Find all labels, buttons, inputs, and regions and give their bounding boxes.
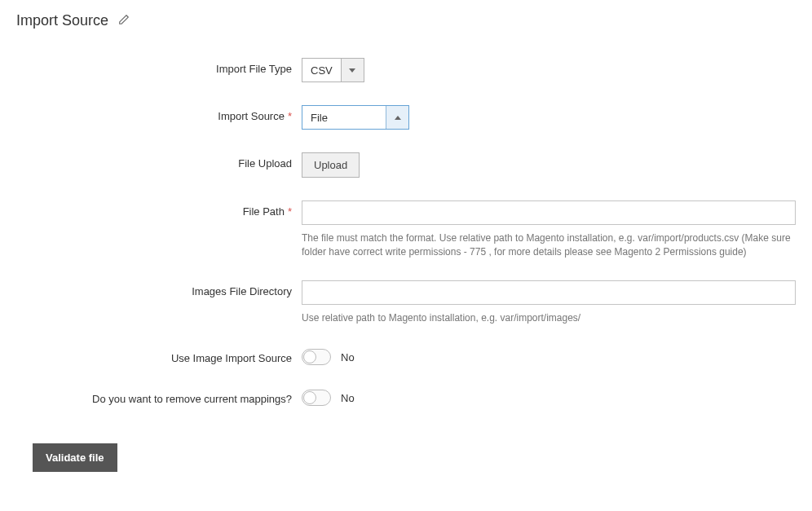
label-images-dir: Images File Directory [33,280,302,297]
label-file-upload: File Upload [33,152,302,170]
import-source-value: File [302,106,386,129]
label-file-type: Import File Type [33,58,302,75]
label-use-image-import-source: Use Image Import Source [33,347,302,364]
edit-icon[interactable] [118,14,130,28]
images-dir-input[interactable] [302,280,796,305]
remove-mappings-toggle[interactable] [302,390,331,406]
use-image-import-source-toggle[interactable] [302,349,331,365]
label-file-path: File Path [243,205,285,218]
file-type-value: CSV [302,59,341,81]
file-path-input[interactable] [302,200,796,225]
file-type-select[interactable]: CSV [302,58,364,82]
upload-button[interactable]: Upload [302,152,360,178]
file-path-hint: The file must match the format. Use rela… [302,231,796,259]
label-import-source: Import Source [218,110,285,122]
chevron-down-icon [341,59,364,81]
required-marker: * [288,205,292,218]
label-remove-mappings: Do you want to remove current mappings? [33,388,302,405]
use-image-import-source-value: No [341,351,355,363]
validate-file-button[interactable]: Validate file [33,443,117,472]
remove-mappings-value: No [341,392,355,404]
images-dir-hint: Use relative path to Magento installatio… [302,311,796,325]
import-source-select[interactable]: File [302,105,409,130]
section-title: Import Source [16,12,108,29]
required-marker: * [288,110,292,122]
chevron-up-icon [386,106,408,129]
